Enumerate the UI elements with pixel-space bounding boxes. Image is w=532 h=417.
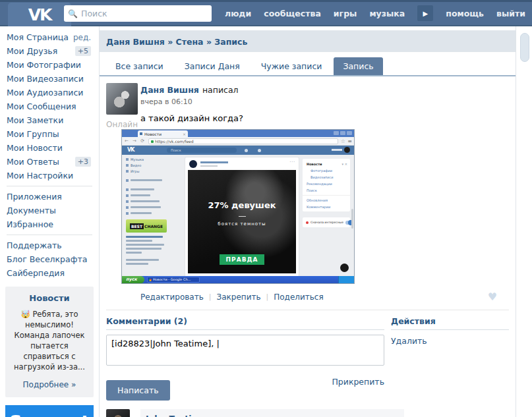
- sidebar-link-my-page[interactable]: Моя Страница: [7, 32, 69, 42]
- address-url: https://vk.com/feed: [148, 138, 338, 144]
- post-attachment-image[interactable]: Новости × ← → ⟳ https://vk.com/feed ☆: [121, 129, 355, 284]
- taskbar: пуск Новости - Google Ch...: [122, 276, 354, 283]
- avatar[interactable]: [106, 83, 138, 115]
- top-bar: VK 🔍 люди сообщества игры музыка ▶ помощ…: [0, 0, 532, 26]
- delete-post-link[interactable]: Удалить: [391, 336, 427, 346]
- comment-header: John Teatime: [140, 409, 404, 417]
- commenter-avatar[interactable]: [106, 409, 130, 417]
- nav-music[interactable]: музыка: [369, 9, 405, 18]
- post-action-word: написал: [202, 85, 239, 95]
- sidebar-edit-link[interactable]: ред.: [73, 33, 91, 42]
- sidebar-divider: [7, 235, 92, 235]
- vk-logo[interactable]: VK: [8, 3, 71, 26]
- sidebar-item-videos: Мои Видеозаписи: [0, 72, 99, 86]
- share-post-link[interactable]: Поделиться: [274, 292, 323, 302]
- vk-logo-text: VK: [28, 5, 51, 24]
- commenter-name-link[interactable]: John Teatime: [146, 414, 206, 417]
- sidebar-link-blog[interactable]: Блог Веселкрафта: [7, 254, 87, 264]
- comment-input[interactable]: [id28823|John Teatime], |: [106, 335, 384, 366]
- sidebar-link-notes[interactable]: Мои Заметки: [7, 115, 63, 125]
- browser-tab-title: Новости: [144, 132, 181, 136]
- support-openvk-banner[interactable]: Support OpenVK now!: [5, 405, 94, 417]
- right-gutter: [516, 26, 532, 417]
- taskbar-tray: [338, 276, 354, 283]
- interesting-first-toggle: Сначала интересные: [303, 217, 350, 227]
- news-title: Новости: [9, 293, 90, 303]
- like-heart-icon[interactable]: ♥: [488, 291, 497, 303]
- sidebar: Моя Страница ред. Мои Друзья +5 Мои Фото…: [0, 26, 99, 417]
- sidebar-item-favorites: Избранное: [0, 217, 99, 231]
- pin-post-link[interactable]: Закрепить: [216, 292, 260, 302]
- sidebar-link-audios[interactable]: Мои Аудиозаписи: [7, 88, 84, 97]
- sidebar-divider: [7, 186, 92, 186]
- browser-nav-icons: ← → ⟳: [125, 138, 146, 144]
- favicon: [140, 132, 142, 135]
- post-text: а такой дизайн когда?: [140, 113, 509, 123]
- sidebar-item-blog: Блог Веселкрафта: [0, 252, 99, 266]
- write-comment-button[interactable]: Написать: [106, 380, 170, 401]
- nav-games[interactable]: игры: [334, 9, 357, 18]
- comments-title: Комментарии (2): [106, 316, 384, 330]
- page-scrollbar-thumb[interactable]: [520, 33, 529, 62]
- nav-groups[interactable]: сообщества: [264, 9, 321, 18]
- sidebar-link-messages[interactable]: Мои Сообщения: [7, 101, 76, 111]
- sidebar-link-settings[interactable]: Мои Настройки: [7, 171, 73, 181]
- search-icon: 🔍: [68, 9, 78, 18]
- actions-title: Действия: [391, 316, 509, 330]
- inner-vk-search: Поиск: [167, 148, 237, 153]
- inner-vk-header: VK Поиск: [122, 146, 354, 155]
- sidebar-link-apps[interactable]: Приложения: [7, 192, 62, 202]
- sidebar-link-documents[interactable]: Документы: [7, 206, 56, 215]
- lock-icon: [151, 140, 154, 143]
- chrome-icon: [149, 279, 152, 281]
- tab-all-posts[interactable]: Все записи: [106, 57, 173, 75]
- breadcrumb[interactable]: Даня Вишня » Стена » Запись: [106, 37, 247, 47]
- inner-vk-logo: VK: [127, 147, 134, 153]
- attach-link[interactable]: Прикрепить: [332, 377, 384, 387]
- sidebar-item-audios: Мои Аудиозаписи: [0, 86, 99, 99]
- edit-post-link[interactable]: Редактировать: [140, 292, 204, 302]
- sidebar-link-groups[interactable]: Мои Группы: [7, 129, 59, 139]
- browser-tab-strip: Новости ×: [122, 130, 354, 137]
- sidebar-link-answers[interactable]: Мои Ответы: [7, 157, 59, 167]
- sidebar-item-apps: Приложения: [0, 190, 99, 204]
- tab-single-post[interactable]: Запись: [334, 57, 382, 75]
- browser-address-bar: ← → ⟳ https://vk.com/feed ☆ ≡: [122, 137, 354, 146]
- sidebar-item-messages: Мои Сообщения: [0, 99, 99, 113]
- sidebar-link-favorites[interactable]: Избранное: [7, 219, 53, 229]
- breadcrumb-bar: Даня Вишня » Стена » Запись: [100, 30, 516, 52]
- nav-logout[interactable]: выйти: [496, 9, 525, 18]
- sidebar-link-cyberpedia[interactable]: Сайберпедия: [7, 268, 65, 278]
- post-date[interactable]: вчера в 06:10: [140, 97, 509, 106]
- sidebar-link-friends[interactable]: Мои Друзья: [7, 46, 57, 56]
- nav-people[interactable]: люди: [225, 9, 251, 18]
- nav-help[interactable]: помощь: [446, 9, 484, 18]
- sidebar-item-news: Мои Новости: [0, 141, 99, 155]
- sidebar-item-photos: Мои Фотографии: [0, 58, 99, 72]
- news-box: Новости 🤯 Ребята, это немыслимо! Команда…: [5, 287, 94, 397]
- taskbar-task: Новости - Google Ch...: [147, 277, 200, 283]
- ad-image: 27% девушек боятся темноты ПРАВДА: [188, 170, 296, 273]
- sidebar-item-settings: Мои Настройки: [0, 169, 99, 182]
- sidebar-link-photos[interactable]: Мои Фотографии: [7, 60, 81, 70]
- news-more-link[interactable]: Подробнее »: [9, 380, 90, 389]
- flame-icon: [306, 221, 309, 224]
- inner-right-menu: Новости▾ ✕ Фотографии Видеозаписи Рекоме…: [303, 159, 350, 211]
- post-author-link[interactable]: Даня Вишня: [140, 85, 199, 95]
- music-icon: [258, 149, 261, 152]
- bestchange-banner: BEST CHANGE: [126, 219, 167, 233]
- play-icon[interactable]: ▶: [417, 5, 433, 21]
- tab-others-posts[interactable]: Чужие записи: [252, 57, 332, 75]
- post: Онлайн Даня Вишня написал вчера в 06:10 …: [100, 76, 516, 303]
- sidebar-link-news[interactable]: Мои Новости: [7, 143, 63, 153]
- tab-own-posts[interactable]: Записи Даня: [175, 57, 249, 75]
- browser-tab: Новости ×: [138, 130, 188, 137]
- support-line1: Support: [5, 413, 94, 417]
- more-options-icon: ⋯: [289, 159, 295, 165]
- friends-count-badge: +5: [75, 46, 91, 56]
- inner-scrollbar: [351, 209, 353, 229]
- search-input[interactable]: [81, 9, 208, 18]
- sidebar-link-donate[interactable]: Поддержать: [7, 240, 62, 250]
- sidebar-link-videos[interactable]: Мои Видеозаписи: [7, 74, 84, 84]
- global-search[interactable]: 🔍: [64, 5, 212, 22]
